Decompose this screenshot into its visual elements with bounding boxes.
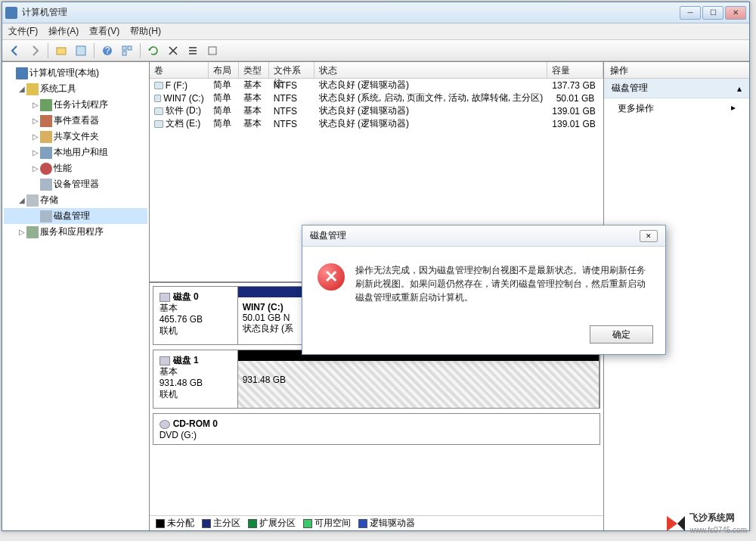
svg-text:?: ? bbox=[105, 45, 110, 56]
volume-icon bbox=[154, 82, 163, 89]
col-volume[interactable]: 卷 bbox=[150, 62, 209, 78]
action-more[interactable]: 更多操作▸ bbox=[604, 98, 749, 119]
disk-icon bbox=[160, 293, 170, 302]
volume-icon bbox=[154, 95, 162, 102]
volume-row[interactable]: 文档 (E:)简单基本NTFS状态良好 (逻辑驱动器)139.01 GB bbox=[150, 117, 604, 130]
svg-rect-1 bbox=[76, 46, 85, 55]
up-icon[interactable] bbox=[53, 42, 70, 59]
tree-panel: 计算机管理(本地) ◢系统工具 ▷任务计划程序 ▷事件查看器 ▷共享文件夹 ▷本… bbox=[2, 62, 150, 530]
watermark: 飞沙系统网 www.fs0745.com bbox=[667, 511, 747, 535]
chevron-right-icon: ▸ bbox=[731, 102, 736, 115]
toolbar-separator bbox=[48, 43, 48, 58]
forward-button[interactable] bbox=[26, 42, 43, 59]
svg-rect-0 bbox=[57, 48, 66, 54]
toolbar-separator bbox=[94, 43, 94, 58]
dialog-titlebar: 磁盘管理 ✕ bbox=[302, 225, 665, 247]
volume-row[interactable]: 软件 (D:)简单基本NTFS状态良好 (逻辑驱动器)139.01 GB bbox=[150, 104, 604, 117]
col-layout[interactable]: 布局 bbox=[209, 62, 239, 78]
svg-rect-4 bbox=[122, 46, 126, 50]
tree-system-tools[interactable]: ◢系统工具 bbox=[4, 81, 147, 97]
menu-view[interactable]: 查看(V) bbox=[89, 25, 119, 38]
tree-event-viewer[interactable]: ▷事件查看器 bbox=[4, 113, 147, 129]
close-button[interactable]: ✕ bbox=[725, 6, 746, 20]
disk-info: 磁盘 1 基本 931.48 GB 联机 bbox=[153, 350, 238, 408]
col-type[interactable]: 类型 bbox=[239, 62, 269, 78]
tree-storage[interactable]: ◢存储 bbox=[4, 192, 147, 208]
disk-info: CD-ROM 0 DVD (G:) bbox=[153, 414, 600, 444]
disk-info: 磁盘 0 基本 465.76 GB 联机 bbox=[153, 287, 238, 344]
minimize-button[interactable]: ─ bbox=[680, 6, 701, 20]
disk-row-cdrom[interactable]: CD-ROM 0 DVD (G:) bbox=[153, 413, 601, 445]
tree-task-scheduler[interactable]: ▷任务计划程序 bbox=[4, 97, 147, 113]
col-status[interactable]: 状态 bbox=[314, 62, 548, 78]
dialog-title: 磁盘管理 bbox=[310, 229, 346, 242]
menubar: 文件(F) 操作(A) 查看(V) 帮助(H) bbox=[2, 23, 749, 40]
menu-help[interactable]: 帮助(H) bbox=[130, 25, 161, 38]
tree-performance[interactable]: ▷性能 bbox=[4, 160, 147, 176]
properties-icon[interactable] bbox=[73, 42, 89, 59]
maximize-button[interactable]: ☐ bbox=[702, 6, 723, 20]
menu-action[interactable]: 操作(A) bbox=[48, 25, 79, 38]
error-icon: ✕ bbox=[318, 263, 345, 291]
volume-row[interactable]: WIN7 (C:)简单基本NTFS状态良好 (系统, 启动, 页面文件, 活动,… bbox=[150, 92, 604, 104]
error-dialog: 磁盘管理 ✕ ✕ 操作无法完成，因为磁盘管理控制台视图不是最新状态。请使用刷新任… bbox=[302, 225, 666, 355]
tree-root[interactable]: 计算机管理(本地) bbox=[4, 65, 147, 81]
dialog-message: 操作无法完成，因为磁盘管理控制台视图不是最新状态。请使用刷新任务刷新此视图。如果… bbox=[355, 263, 650, 304]
svg-rect-5 bbox=[128, 46, 132, 50]
dialog-close-button[interactable]: ✕ bbox=[640, 230, 658, 242]
cdrom-icon bbox=[160, 420, 170, 429]
collapse-icon: ▴ bbox=[737, 83, 742, 94]
ok-button[interactable]: 确定 bbox=[590, 325, 653, 344]
volume-icon bbox=[154, 107, 163, 115]
tree-local-users[interactable]: ▷本地用户和组 bbox=[4, 145, 147, 160]
col-capacity[interactable]: 容量 bbox=[547, 62, 603, 78]
actions-header: 操作 bbox=[604, 62, 749, 79]
tree-services[interactable]: ▷服务和应用程序 bbox=[4, 224, 147, 240]
tree-disk-management[interactable]: 磁盘管理 bbox=[4, 208, 147, 224]
partition-unallocated[interactable]: 931.48 GB bbox=[238, 350, 600, 408]
disk-partitions: 931.48 GB bbox=[238, 350, 600, 408]
toolbar-separator bbox=[140, 43, 141, 58]
window-title: 计算机管理 bbox=[22, 6, 680, 19]
partition[interactable]: WIN7 (C:) 50.01 GB N 状态良好 (系 bbox=[238, 287, 306, 344]
back-button[interactable] bbox=[7, 42, 23, 59]
col-filesystem[interactable]: 文件系统 bbox=[269, 62, 314, 78]
menu-file[interactable]: 文件(F) bbox=[8, 25, 38, 38]
list-icon[interactable] bbox=[184, 42, 201, 59]
legend: 未分配 主分区 扩展分区 可用空间 逻辑驱动器 bbox=[150, 515, 604, 530]
action-disk-management[interactable]: 磁盘管理▴ bbox=[604, 79, 749, 98]
tree-device-manager[interactable]: 设备管理器 bbox=[4, 176, 147, 192]
app-icon bbox=[5, 7, 17, 19]
view-icon[interactable] bbox=[119, 42, 135, 59]
delete-icon[interactable] bbox=[165, 42, 181, 59]
settings-icon[interactable] bbox=[204, 42, 221, 59]
watermark-icon bbox=[667, 515, 685, 533]
volume-header: 卷 布局 类型 文件系统 状态 容量 bbox=[150, 62, 604, 79]
disk-icon bbox=[160, 356, 170, 365]
disk-row-1[interactable]: 磁盘 1 基本 931.48 GB 联机 931.48 GB bbox=[153, 350, 601, 409]
help-icon[interactable]: ? bbox=[99, 42, 116, 59]
watermark-name: 飞沙系统网 bbox=[689, 511, 747, 524]
refresh-icon[interactable] bbox=[145, 42, 162, 59]
watermark-url: www.fs0745.com bbox=[689, 526, 747, 534]
tree-shared-folders[interactable]: ▷共享文件夹 bbox=[4, 129, 147, 145]
svg-rect-6 bbox=[122, 51, 126, 55]
volume-row[interactable]: F (F:)简单基本NTFS状态良好 (逻辑驱动器)137.73 GB bbox=[150, 79, 604, 92]
titlebar: 计算机管理 ─ ☐ ✕ bbox=[2, 2, 749, 23]
volume-icon bbox=[154, 120, 163, 128]
window-buttons: ─ ☐ ✕ bbox=[680, 6, 746, 20]
toolbar: ? bbox=[2, 40, 749, 61]
svg-rect-7 bbox=[209, 47, 216, 54]
